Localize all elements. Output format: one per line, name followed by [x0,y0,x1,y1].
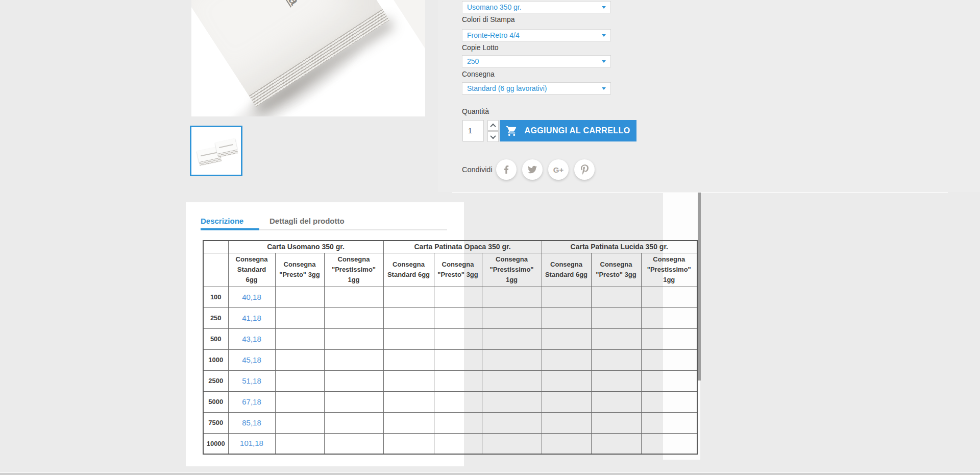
price-cell[interactable]: 40,18 [228,287,275,307]
empty-price-cell [434,433,482,454]
tab-description[interactable]: Descrizione [201,217,243,225]
price-row: 50043,18 [203,328,697,349]
quantity-cell: 500 [203,328,228,349]
paper-group-header: Carta Usomano 350 gr. [228,241,383,253]
empty-price-cell [275,307,324,328]
twitter-share-button[interactable] [522,159,543,180]
empty-price-cell [641,349,697,370]
empty-price-cell [434,307,482,328]
empty-price-cell [542,391,591,412]
price-link[interactable]: 67,18 [242,397,261,406]
paper-select[interactable]: Usomano 350 gr. [462,1,611,13]
price-cell[interactable]: 41,18 [228,307,275,328]
price-row: 250051,18 [203,370,697,391]
google-plus-icon: G+ [553,165,564,174]
delivery-subheader: Consegna "Presto" 3gg [275,253,324,287]
price-row: 10000101,18 [203,433,697,454]
print-colors-select-value: Fronte-Retro 4/4 [467,31,520,39]
empty-price-cell [324,391,383,412]
empty-price-cell [591,391,641,412]
quantity-increment-button[interactable] [487,120,499,131]
empty-price-cell [591,328,641,349]
paper-group-header: Carta Patinata Lucida 350 gr. [542,241,697,253]
quantity-decrement-button[interactable] [487,131,499,142]
delivery-subheader: Consegna "Presto" 3gg [434,253,482,287]
empty-price-cell [542,433,591,454]
google-plus-share-button[interactable]: G+ [548,159,569,180]
print-colors-select[interactable]: Fronte-Retro 4/4 [462,29,611,41]
facebook-share-button[interactable] [496,159,517,180]
vertical-scrollbar[interactable] [698,193,701,381]
empty-price-cell [591,433,641,454]
empty-price-cell [482,412,542,433]
pinterest-share-button[interactable] [574,159,595,180]
pinterest-icon [581,164,589,175]
empty-price-cell [324,349,383,370]
empty-price-cell [383,328,434,349]
price-cell[interactable]: 45,18 [228,349,275,370]
twitter-icon [528,165,537,174]
chevron-down-icon [602,60,606,63]
product-thumbnail[interactable] [190,126,242,176]
colors-label: Colori di Stampa [462,15,615,25]
empty-price-cell [324,287,383,307]
delivery-select-value: Standard (6 gg lavorativi) [467,84,547,92]
price-link[interactable]: 51,18 [242,376,261,385]
tab-underline [259,229,447,230]
add-to-cart-label: AGGIUNGI AL CARRELLO [524,126,630,135]
add-to-cart-button[interactable]: AGGIUNGI AL CARRELLO [500,120,636,141]
cart-icon [506,125,518,137]
empty-price-cell [542,307,591,328]
price-cell[interactable]: 85,18 [228,412,275,433]
facebook-icon [502,165,510,174]
price-link[interactable]: 41,18 [242,314,261,322]
quantity-input[interactable] [462,120,484,141]
empty-price-cell [482,287,542,307]
quantity-label: Quantità [462,107,489,115]
price-cell[interactable]: 43,18 [228,328,275,349]
empty-price-cell [641,391,697,412]
price-row: 500067,18 [203,391,697,412]
price-cell[interactable]: 101,18 [228,433,275,454]
empty-price-cell [434,287,482,307]
copies-select[interactable]: 250 [462,55,611,67]
empty-price-cell [591,412,641,433]
card-logo-text: stampa [262,0,303,8]
price-cell[interactable]: 67,18 [228,391,275,412]
price-link[interactable]: 101,18 [240,439,263,447]
copies-select-value: 250 [467,57,479,65]
delivery-subheader: Consegna "Prestissimo" 1gg [641,253,697,287]
quantity-cell: 5000 [203,391,228,412]
empty-price-cell [324,433,383,454]
price-cell[interactable]: 51,18 [228,370,275,391]
delivery-subheader: Consegna "Prestissimo" 1gg [324,253,383,287]
empty-price-cell [641,307,697,328]
delivery-select[interactable]: Standard (6 gg lavorativi) [462,82,611,94]
quantity-cell: 250 [203,307,228,328]
price-link[interactable]: 45,18 [242,355,261,364]
quantity-cell: 10000 [203,433,228,454]
chevron-down-icon [490,133,496,138]
quantity-cell: 100 [203,287,228,307]
price-link[interactable]: 40,18 [242,293,261,301]
quantity-cell: 7500 [203,412,228,433]
price-row: 100045,18 [203,349,697,370]
empty-price-cell [591,287,641,307]
thumbnail-card-stack [215,138,237,154]
product-page: stampa Usomano 350 gr. Colori di Stampa … [0,0,980,475]
empty-price-cell [542,328,591,349]
empty-price-cell [542,287,591,307]
empty-price-cell [482,349,542,370]
empty-price-cell [383,412,434,433]
empty-price-cell [434,412,482,433]
product-image[interactable]: stampa [191,0,425,116]
table-corner-cell [203,253,228,287]
chevron-down-icon [602,34,606,37]
empty-price-cell [275,391,324,412]
tab-product-details[interactable]: Dettagli del prodotto [270,217,345,225]
empty-price-cell [275,412,324,433]
price-link[interactable]: 85,18 [242,418,261,427]
price-link[interactable]: 43,18 [242,335,261,343]
empty-price-cell [482,370,542,391]
delivery-subheader: Consegna "Presto" 3gg [591,253,641,287]
